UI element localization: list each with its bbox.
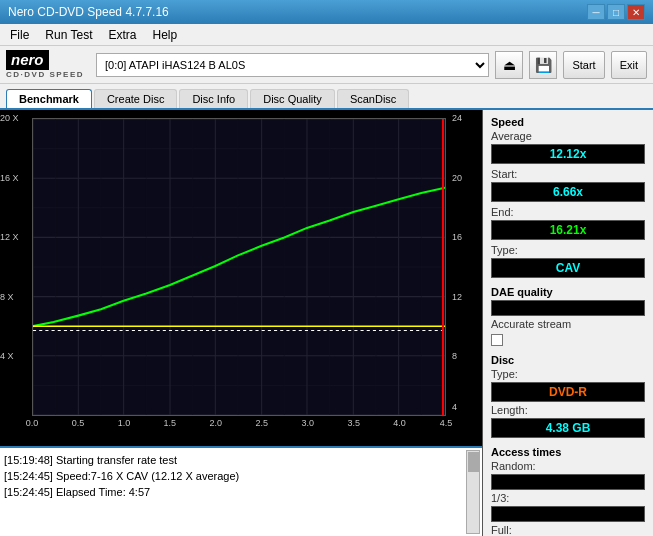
- menu-bar: File Run Test Extra Help: [0, 24, 653, 46]
- accurate-checkbox[interactable]: [491, 334, 503, 346]
- random-value: [491, 474, 645, 490]
- tab-create-disc[interactable]: Create Disc: [94, 89, 177, 108]
- tab-benchmark[interactable]: Benchmark: [6, 89, 92, 108]
- nero-sub: CD·DVD SPEED: [6, 70, 84, 79]
- x-label-2: 2.0: [210, 418, 223, 428]
- start-button[interactable]: Start: [563, 51, 604, 79]
- minimize-button[interactable]: ─: [587, 4, 605, 20]
- start-value: 6.66x: [491, 182, 645, 202]
- y-axis-left: 20 X 16 X 12 X 8 X 4 X: [0, 118, 30, 416]
- x-label-4: 4.0: [393, 418, 406, 428]
- disc-length-label: Length:: [491, 404, 645, 416]
- end-value: 16.21x: [491, 220, 645, 240]
- accurate-label: Accurate stream: [491, 318, 571, 330]
- average-value: 12.12x: [491, 144, 645, 164]
- x-label-1: 1.0: [118, 418, 131, 428]
- title-bar: Nero CD-DVD Speed 4.7.7.16 ─ □ ✕: [0, 0, 653, 24]
- dae-section: DAE quality Accurate stream: [491, 286, 645, 346]
- speed-header: Speed: [491, 116, 645, 128]
- access-header: Access times: [491, 446, 645, 458]
- log-line-2: [15:24:45] Speed:7-16 X CAV (12.12 X ave…: [4, 468, 478, 484]
- window-title: Nero CD-DVD Speed 4.7.7.16: [8, 5, 169, 19]
- x-label-35: 3.5: [347, 418, 360, 428]
- y-label-r16: 16: [452, 232, 462, 242]
- x-label-05: 0.5: [72, 418, 85, 428]
- end-label: End:: [491, 206, 645, 218]
- menu-extra[interactable]: Extra: [102, 26, 142, 44]
- right-panel: Speed Average 12.12x Start: 6.66x End: 1…: [483, 110, 653, 536]
- accurate-stream-row: Accurate stream: [491, 318, 645, 332]
- disc-header: Disc: [491, 354, 645, 366]
- start-label: Start:: [491, 168, 645, 180]
- exit-button[interactable]: Exit: [611, 51, 647, 79]
- disc-length-value: 4.38 GB: [491, 418, 645, 438]
- x-label-0: 0.0: [26, 418, 39, 428]
- tab-disc-quality[interactable]: Disc Quality: [250, 89, 335, 108]
- y-label-16: 16 X: [0, 173, 19, 183]
- menu-run-test[interactable]: Run Test: [39, 26, 98, 44]
- dae-header: DAE quality: [491, 286, 645, 298]
- toolbar: nero CD·DVD SPEED [0:0] ATAPI iHAS124 B …: [0, 46, 653, 84]
- dae-value: [491, 300, 645, 316]
- access-section: Access times Random: 1/3: Full:: [491, 446, 645, 536]
- y-label-r24: 24: [452, 113, 462, 123]
- x-label-15: 1.5: [164, 418, 177, 428]
- y-label-8: 8 X: [0, 292, 14, 302]
- disc-type-value: DVD-R: [491, 382, 645, 402]
- close-button[interactable]: ✕: [627, 4, 645, 20]
- third-value: [491, 506, 645, 522]
- third-label: 1/3:: [491, 492, 645, 504]
- speed-section: Speed Average 12.12x Start: 6.66x End: 1…: [491, 116, 645, 278]
- tabs-bar: Benchmark Create Disc Disc Info Disc Qua…: [0, 84, 653, 110]
- maximize-button[interactable]: □: [607, 4, 625, 20]
- log-scrollbar[interactable]: [466, 450, 480, 534]
- type-value: CAV: [491, 258, 645, 278]
- log-line-1: [15:19:48] Starting transfer rate test: [4, 452, 478, 468]
- save-icon-btn[interactable]: 💾: [529, 51, 557, 79]
- window-controls: ─ □ ✕: [587, 4, 645, 20]
- tab-scan-disc[interactable]: ScanDisc: [337, 89, 409, 108]
- y-label-20: 20 X: [0, 113, 19, 123]
- x-label-45: 4.5: [440, 418, 453, 428]
- chart-svg: [33, 119, 445, 415]
- y-label-r4: 4: [452, 402, 457, 412]
- chart-container: 20 X 16 X 12 X 8 X 4 X 24 20 16 12 8 4: [0, 110, 482, 446]
- average-label: Average: [491, 130, 645, 142]
- log-line-3: [15:24:45] Elapsed Time: 4:57: [4, 484, 478, 500]
- y-label-r20: 20: [452, 173, 462, 183]
- log-scroll-thumb: [468, 452, 480, 472]
- main-content: 20 X 16 X 12 X 8 X 4 X 24 20 16 12 8 4: [0, 110, 653, 536]
- type-label: Type:: [491, 244, 645, 256]
- disc-type-label: Type:: [491, 368, 645, 380]
- accurate-checkbox-row: [491, 334, 645, 346]
- chart-area: 20 X 16 X 12 X 8 X 4 X 24 20 16 12 8 4: [0, 110, 483, 536]
- nero-logo: nero: [6, 50, 49, 70]
- random-label: Random:: [491, 460, 645, 472]
- menu-file[interactable]: File: [4, 26, 35, 44]
- y-label-12: 12 X: [0, 232, 19, 242]
- full-label: Full:: [491, 524, 645, 536]
- drive-select[interactable]: [0:0] ATAPI iHAS124 B AL0S: [96, 53, 489, 77]
- x-axis: 0.0 0.5 1.0 1.5 2.0 2.5 3.0 3.5 4.0 4.5: [32, 418, 446, 438]
- x-label-25: 2.5: [256, 418, 269, 428]
- disc-section: Disc Type: DVD-R Length: 4.38 GB: [491, 354, 645, 438]
- y-label-r8: 8: [452, 351, 457, 361]
- tab-disc-info[interactable]: Disc Info: [179, 89, 248, 108]
- x-label-3: 3.0: [301, 418, 314, 428]
- menu-help[interactable]: Help: [147, 26, 184, 44]
- eject-icon-btn[interactable]: ⏏: [495, 51, 523, 79]
- y-label-r12: 12: [452, 292, 462, 302]
- log-area: [15:19:48] Starting transfer rate test […: [0, 446, 482, 536]
- chart-inner: [32, 118, 446, 416]
- y-label-4: 4 X: [0, 351, 14, 361]
- y-axis-right: 24 20 16 12 8 4: [448, 118, 482, 416]
